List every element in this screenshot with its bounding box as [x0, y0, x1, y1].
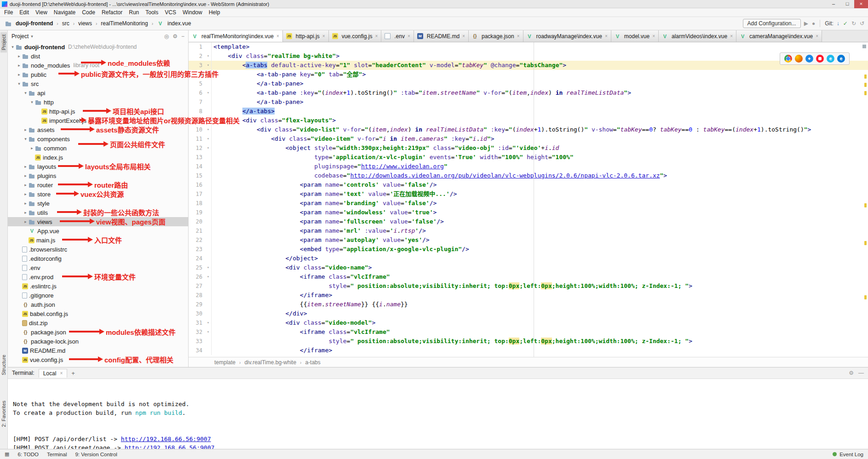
tab-cameramanage-index-vue[interactable]: VcameraManage\index.vue	[736, 30, 822, 42]
editor-breadcrumb-div-realtime-bg-white[interactable]: div.realTime.bg-white	[244, 359, 296, 366]
terminal-link[interactable]: http://192.168.66.56:9007	[125, 444, 215, 449]
tab-realtimemonitoring-index-vue[interactable]: VrealTimeMonitoring\index.vue	[189, 30, 283, 42]
expand-icon[interactable]	[16, 54, 22, 58]
code-text[interactable]: style=" position:absolute;visibility:inh…	[212, 281, 868, 291]
close-icon[interactable]	[605, 34, 608, 39]
fold-marker-icon[interactable]	[205, 272, 212, 281]
code-text[interactable]: </a-tab-pane>	[212, 98, 868, 107]
safari-icon[interactable]	[805, 55, 813, 63]
fold-marker-icon[interactable]	[205, 263, 212, 272]
git-update-icon[interactable]: ↓	[837, 20, 839, 27]
code-editor[interactable]: 1<template>2 <div class="realTime bg-whi…	[189, 42, 868, 357]
tree-item-babel-config-js[interactable]: JSbabel.config.js	[8, 309, 188, 318]
minimize-icon[interactable]	[827, 0, 840, 8]
hide-icon[interactable]: —	[858, 370, 864, 376]
breadcrumb-realtimemonitoring[interactable]: realTimeMonitoring	[99, 20, 149, 27]
play-icon[interactable]: ▶	[804, 20, 808, 27]
tree-item-package-lock-json[interactable]: {}package-lock.json	[8, 337, 188, 346]
code-text[interactable]: <param name='branding' value='false'/>	[212, 199, 868, 208]
code-text[interactable]: <div class="realTime bg-white">	[212, 52, 868, 61]
maximize-icon[interactable]	[840, 0, 854, 8]
code-area[interactable]: 1<template>2 <div class="realTime bg-whi…	[189, 42, 868, 355]
tree-item-node-modules[interactable]: node_moduleslibrary root	[8, 61, 188, 70]
close-icon[interactable]	[816, 34, 818, 39]
tree-item-src[interactable]: src	[8, 79, 188, 88]
close-icon[interactable]	[517, 34, 520, 39]
close-icon[interactable]	[60, 371, 63, 376]
code-text[interactable]: type='application/x-vlc-plugin' events='…	[212, 153, 868, 162]
git-history-icon[interactable]: ↻	[851, 20, 856, 27]
code-text[interactable]: <template>	[212, 42, 868, 52]
firefox-icon[interactable]	[795, 55, 803, 63]
menu-run[interactable]: Run	[126, 9, 142, 16]
terminal-link[interactable]: http://192.168.66.56:9007	[121, 436, 211, 442]
code-text[interactable]: <param name='autoplay' value='yes'/>	[212, 235, 868, 245]
code-text[interactable]: </div>	[212, 309, 868, 318]
fold-marker-icon[interactable]	[205, 143, 212, 153]
expand-icon[interactable]	[23, 164, 29, 169]
fold-marker-icon[interactable]	[205, 61, 212, 70]
close-icon[interactable]	[652, 34, 655, 39]
chevron-down-icon[interactable]: ▾	[31, 34, 33, 39]
terminal-output[interactable]: Note that the development build is not o…	[8, 379, 868, 449]
collapse-icon[interactable]	[29, 100, 35, 104]
fold-marker-icon[interactable]	[205, 318, 212, 327]
tab-alarmvideos-index-vue[interactable]: ValarmVideos\index.vue	[659, 30, 736, 42]
code-text[interactable]: <param name='controls' value='false'/>	[212, 180, 868, 189]
code-text[interactable]: <param name='fullscreen' value='false'/>	[212, 217, 868, 226]
tree-item-plugins[interactable]: plugins	[8, 171, 188, 180]
tab-package-json[interactable]: {}package.json	[469, 30, 523, 42]
close-icon[interactable]	[854, 0, 868, 8]
tab-model-vue[interactable]: Vmodel.vue	[611, 30, 659, 42]
bug-icon[interactable]: ●	[812, 20, 815, 27]
expand-icon[interactable]	[23, 219, 29, 224]
fold-marker-icon[interactable]	[205, 134, 212, 143]
tree-item-app-vue[interactable]: VApp.vue	[8, 226, 188, 235]
tree-item-public[interactable]: public	[8, 70, 188, 79]
code-text[interactable]: <iframe class="vlcIframe"	[212, 327, 868, 337]
tree-item-http-api-js[interactable]: JShttp-api.js	[8, 107, 188, 116]
breadcrumb-views[interactable]: views	[77, 20, 93, 27]
collapse-icon[interactable]	[23, 137, 29, 141]
tree-item-package-json[interactable]: {}package.json	[8, 327, 188, 337]
edge-icon[interactable]: e	[837, 55, 845, 63]
code-text[interactable]: <a-tab-pane key="0" tab="全部">	[212, 70, 868, 79]
locate-icon[interactable]: ◎	[164, 33, 169, 40]
close-icon[interactable]	[462, 34, 465, 39]
settings-icon[interactable]: ⚙	[172, 33, 178, 40]
fold-marker-icon[interactable]	[205, 70, 212, 79]
breadcrumb-index-vue[interactable]: Vindex.vue	[155, 20, 192, 27]
menu-code[interactable]: Code	[79, 9, 98, 16]
code-text[interactable]: </a-tab-pane>	[212, 79, 868, 88]
statusbar-6-todo[interactable]: 6: TODO	[17, 452, 39, 457]
menu-view[interactable]: View	[32, 9, 51, 16]
menu-file[interactable]: File	[1, 9, 16, 16]
toolwindow-project[interactable]: Project	[0, 32, 7, 52]
tree-item-main-js[interactable]: JSmain.js	[8, 235, 188, 245]
code-text[interactable]: <div class="video-list" v-for="(item,ind…	[212, 125, 868, 134]
close-icon[interactable]	[276, 34, 279, 39]
collapse-icon[interactable]: −	[181, 33, 184, 40]
tree-item-index-js[interactable]: JSindex.js	[8, 153, 188, 162]
git-commit-icon[interactable]: ✓	[843, 20, 848, 27]
fold-marker-icon[interactable]	[205, 116, 212, 125]
git-revert-icon[interactable]: ↺	[860, 20, 864, 27]
menu-refactor[interactable]: Refactor	[98, 9, 126, 16]
tree-item-duoji-frontend[interactable]: duoji-frontendD:\zheheWeb\duoji-frontend	[8, 42, 188, 52]
tab-vue-config-js[interactable]: JSvue.config.js	[329, 30, 382, 42]
statusbar-9-version-control[interactable]: 9: Version Control	[75, 452, 117, 457]
tree-item-http[interactable]: http	[8, 98, 188, 107]
code-text[interactable]: <param name='windowless' value='true'>	[212, 208, 868, 217]
project-panel-title[interactable]: Project	[11, 33, 29, 40]
code-text[interactable]: <div class="video-model">	[212, 318, 868, 327]
toolwindow-toggle-icon[interactable]: ▦	[5, 451, 9, 457]
fold-marker-icon[interactable]	[205, 52, 212, 61]
collapse-icon[interactable]	[10, 45, 16, 49]
fold-marker-icon[interactable]	[205, 125, 212, 134]
settings-icon[interactable]: ⚙	[849, 370, 854, 376]
code-text[interactable]: </iframe>	[212, 346, 868, 355]
code-text[interactable]: <div class="flex-layouts">	[212, 116, 868, 125]
fold-marker-icon[interactable]	[205, 88, 212, 98]
code-text[interactable]: <div class="video-item" v-for="i in item…	[212, 134, 868, 143]
tree-item-eslintrc-js[interactable]: JS.eslintrc.js	[8, 281, 188, 291]
